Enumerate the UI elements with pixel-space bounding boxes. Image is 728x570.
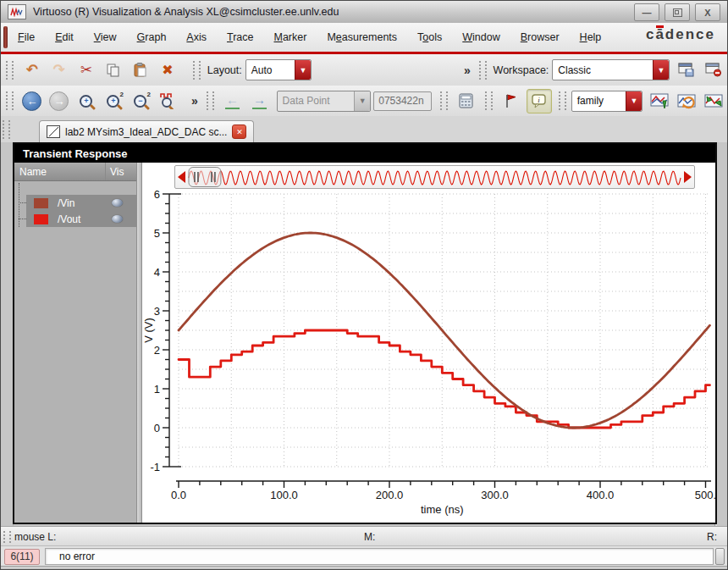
save-workspace-button[interactable] — [675, 58, 698, 81]
waveform-refresh-icon — [677, 93, 696, 109]
marker-flag-button[interactable] — [499, 90, 523, 113]
datapoint-combobox[interactable]: Data Point ▼ — [277, 91, 372, 112]
menu-graph[interactable]: Graph — [127, 31, 177, 43]
toolbar-drag-handle[interactable] — [6, 91, 14, 110]
zoom-in-icon: + — [107, 95, 119, 108]
chevron-down-icon[interactable]: ▼ — [653, 60, 669, 80]
menu-file[interactable]: File — [8, 31, 45, 43]
chevron-down-icon: ▼ — [354, 91, 370, 111]
svg-text:100.0: 100.0 — [270, 489, 298, 501]
maximize-button[interactable] — [665, 3, 690, 21]
label-toggle-button[interactable]: i — [527, 89, 552, 113]
left-margin-strip — [1, 142, 14, 526]
copy-button[interactable] — [102, 58, 125, 81]
tree-branch-line — [19, 183, 19, 227]
family-value: family — [572, 95, 626, 107]
refresh-waveform-button[interactable] — [675, 90, 698, 113]
menu-help[interactable]: Help — [570, 31, 612, 43]
family-combobox[interactable]: family ▼ — [571, 91, 643, 112]
vin-visibility-eye-icon[interactable] — [112, 199, 123, 207]
menu-measurements[interactable]: Measurements — [317, 31, 407, 43]
chevron-down-icon[interactable]: ▼ — [295, 60, 311, 80]
calculator-button[interactable] — [455, 90, 478, 113]
toolbar-drag-handle[interactable] — [485, 91, 493, 110]
vout-visibility-eye-icon[interactable] — [112, 215, 123, 223]
toolbar-overflow-chevron[interactable]: » — [188, 94, 201, 108]
redo-button[interactable]: ↷ — [47, 58, 71, 81]
paste-button[interactable] — [129, 58, 152, 81]
coordinate-field[interactable]: 0753422n — [373, 91, 432, 111]
workspace-value: Classic — [553, 64, 653, 76]
status-message-field: no error — [45, 548, 714, 565]
back-button[interactable]: ← — [20, 90, 44, 113]
toolbar-drag-handle[interactable] — [479, 61, 487, 80]
mouse-right-label: R: — [707, 531, 717, 543]
toolbar-drag-handle[interactable] — [559, 91, 566, 110]
menu-window[interactable]: Window — [452, 31, 510, 43]
layout-value: Auto — [246, 64, 295, 76]
vout-color-swatch — [34, 214, 48, 224]
panel-splitter[interactable] — [136, 163, 142, 523]
toolbar-drag-handle[interactable] — [193, 61, 201, 80]
svg-text:4: 4 — [154, 266, 160, 279]
delete-button[interactable]: ✖ — [156, 58, 179, 81]
toolbar-overflow-chevron[interactable]: » — [461, 64, 474, 77]
calculator-icon — [459, 93, 473, 108]
vis-column-header: Vis — [105, 163, 124, 180]
message-status-bar: 6(11) no error — [1, 545, 727, 567]
signal-row-vout[interactable]: /Vout — [26, 211, 136, 227]
next-point-button[interactable]: → — [248, 90, 272, 113]
svg-text:6: 6 — [154, 188, 160, 201]
tabbar-drag-handle[interactable] — [3, 120, 10, 139]
tab-lab2[interactable]: lab2 MYsim3_Ideal_ADC_DAC sc... ✕ — [39, 120, 254, 142]
fit-waveform-button[interactable] — [702, 90, 725, 113]
zoom-waveform-icon — [159, 92, 176, 109]
toolbar-drag-handle[interactable] — [440, 91, 448, 110]
workspace-label: Workspace: — [494, 64, 549, 76]
forward-button[interactable]: → — [47, 90, 71, 113]
zoom-fit-button[interactable]: + — [74, 90, 98, 113]
menu-tools[interactable]: Tools — [407, 31, 452, 43]
superscript-2: 2 — [146, 91, 150, 98]
maximize-icon — [673, 8, 682, 17]
status-scrollbar-thumb[interactable] — [715, 548, 725, 565]
menu-edit[interactable]: Edit — [45, 31, 84, 43]
undo-button[interactable]: ↶ — [20, 58, 44, 81]
previous-point-button[interactable]: ← — [221, 90, 245, 113]
cut-button[interactable]: ✂ — [74, 58, 98, 81]
toolbar-drag-handle[interactable] — [6, 61, 14, 80]
toolbar-drag-handle[interactable] — [207, 91, 214, 110]
title-bar[interactable]: Virtuoso (R) Visualization & Analysis XL… — [1, 1, 727, 24]
datapoint-value: Data Point — [278, 95, 355, 107]
vout-label: /Vout — [58, 213, 112, 225]
next-point-icon: → — [252, 92, 267, 109]
zoom-in-2x-button[interactable]: +2 — [102, 90, 125, 113]
svg-text:0.0: 0.0 — [171, 489, 186, 501]
waveform-plot[interactable]: -101234560.0100.0200.0300.0400.0500.time… — [142, 163, 715, 523]
menu-view[interactable]: View — [84, 31, 127, 43]
signal-row-vin[interactable]: /Vin — [26, 195, 136, 211]
menu-axis[interactable]: Axis — [176, 31, 217, 43]
delete-workspace-icon — [705, 63, 722, 77]
minimize-button[interactable]: — — [634, 3, 659, 21]
superscript-2: 2 — [119, 91, 123, 98]
layout-combobox[interactable]: Auto ▼ — [245, 59, 312, 80]
save-workspace-icon — [678, 63, 695, 77]
tab-close-button[interactable]: ✕ — [232, 125, 246, 139]
menu-browser[interactable]: Browser — [510, 31, 570, 43]
workspace-combobox[interactable]: Classic ▼ — [552, 59, 670, 80]
zoom-out-2x-button[interactable]: −2 — [129, 90, 152, 113]
menu-trace[interactable]: Trace — [217, 31, 264, 43]
menu-marker[interactable]: Marker — [263, 31, 317, 43]
graph-tab-icon — [47, 125, 60, 138]
delete-workspace-button[interactable] — [702, 58, 725, 81]
statusbar-drag-handle[interactable] — [3, 531, 11, 543]
previous-point-icon: ← — [225, 92, 240, 109]
tab-label: lab2 MYsim3_Ideal_ADC_DAC sc... — [65, 126, 227, 138]
send-to-waveform-button[interactable] — [648, 90, 671, 113]
error-counter-badge[interactable]: 6(11) — [4, 549, 40, 565]
chevron-down-icon[interactable]: ▼ — [626, 91, 642, 111]
close-button[interactable]: X — [695, 3, 720, 21]
vin-color-swatch — [34, 198, 48, 208]
zoom-waveform-button[interactable] — [156, 90, 179, 113]
